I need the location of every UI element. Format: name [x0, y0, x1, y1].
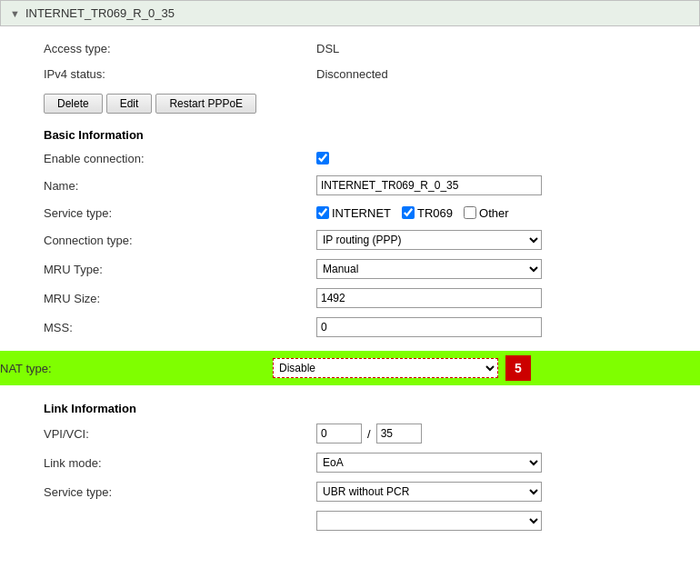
link-mode-row: Link mode: EoA [44, 448, 656, 477]
name-label: Name: [44, 179, 316, 193]
basic-info-heading: Basic Information [44, 121, 656, 145]
restart-pppoe-button[interactable]: Restart PPPoE [155, 94, 256, 114]
service-tr069-text: TR069 [417, 206, 453, 220]
nat-type-select[interactable]: Disable [273, 358, 498, 378]
enable-connection-label: Enable connection: [44, 152, 316, 165]
service-type-row: Service type: INTERNET TR069 Other [44, 200, 656, 225]
link-mode-label: Link mode: [44, 456, 316, 470]
nat-type-label: NAT type: [0, 362, 273, 375]
vpi-input[interactable] [316, 424, 362, 443]
ipv4-status-value: Disconnected [316, 67, 388, 81]
extra-select[interactable] [316, 511, 542, 531]
service-other-text: Other [479, 206, 509, 220]
section-title: INTERNET_TR069_R_0_35 [25, 6, 175, 20]
mru-type-row: MRU Type: Manual [44, 254, 656, 284]
mru-size-label: MRU Size: [44, 292, 316, 305]
service-other-label: Other [464, 206, 509, 220]
nat-type-row: NAT type: Disable 5 [0, 351, 700, 385]
service-tr069-checkbox[interactable] [402, 206, 415, 219]
service-type2-select[interactable]: UBR without PCR [316, 482, 542, 502]
delete-button[interactable]: Delete [44, 94, 103, 114]
connection-type-label: Connection type: [44, 234, 316, 247]
name-row: Name: [44, 171, 656, 200]
access-type-row: Access type: DSL [44, 35, 656, 61]
content-area: Access type: DSL IPv4 status: Disconnect… [0, 26, 700, 351]
service-internet-checkbox[interactable] [316, 206, 329, 219]
service-type2-label: Service type: [44, 485, 316, 499]
badge-5: 5 [505, 355, 531, 381]
edit-button[interactable]: Edit [106, 94, 153, 114]
mss-label: MSS: [44, 321, 316, 334]
page-container: ▼ INTERNET_TR069_R_0_35 Access type: DSL… [0, 0, 700, 588]
access-type-label: Access type: [44, 42, 316, 55]
ipv4-status-label: IPv4 status: [44, 67, 316, 81]
vpi-vci-group: / [316, 424, 422, 443]
service-tr069-label: TR069 [402, 206, 453, 220]
button-row: Delete Edit Restart PPPoE [44, 86, 656, 121]
mru-type-select[interactable]: Manual [316, 259, 542, 279]
mss-input[interactable] [316, 317, 542, 337]
connection-type-select[interactable]: IP routing (PPP) [316, 230, 542, 250]
vpi-vci-row: VPI/VCI: / [44, 419, 656, 448]
mru-size-input[interactable] [316, 288, 542, 308]
enable-connection-row: Enable connection: [44, 145, 656, 171]
service-other-checkbox[interactable] [464, 206, 476, 219]
ipv4-status-row: IPv4 status: Disconnected [44, 61, 656, 86]
extra-row [44, 506, 656, 535]
section-header: ▼ INTERNET_TR069_R_0_35 [0, 0, 700, 26]
link-mode-select[interactable]: EoA [316, 453, 542, 473]
content-area-2: Link Information VPI/VCI: / Link mode: E… [0, 385, 700, 544]
slash-separator: / [362, 427, 376, 441]
service-type2-row: Service type: UBR without PCR [44, 477, 656, 506]
enable-connection-checkbox[interactable] [316, 152, 329, 164]
service-internet-text: INTERNET [332, 206, 391, 220]
collapse-arrow-icon[interactable]: ▼ [10, 8, 20, 19]
access-type-value: DSL [316, 42, 339, 55]
vpi-vci-label: VPI/VCI: [44, 427, 316, 441]
mru-type-label: MRU Type: [44, 263, 316, 276]
name-input[interactable] [316, 175, 542, 195]
connection-type-row: Connection type: IP routing (PPP) [44, 225, 656, 254]
service-type-checkboxes: INTERNET TR069 Other [316, 206, 509, 220]
service-type-label: Service type: [44, 206, 316, 220]
mss-row: MSS: [44, 313, 656, 342]
vci-input[interactable] [376, 424, 422, 443]
link-info-heading: Link Information [44, 394, 656, 419]
service-internet-label: INTERNET [316, 206, 391, 220]
mru-size-row: MRU Size: [44, 284, 656, 313]
